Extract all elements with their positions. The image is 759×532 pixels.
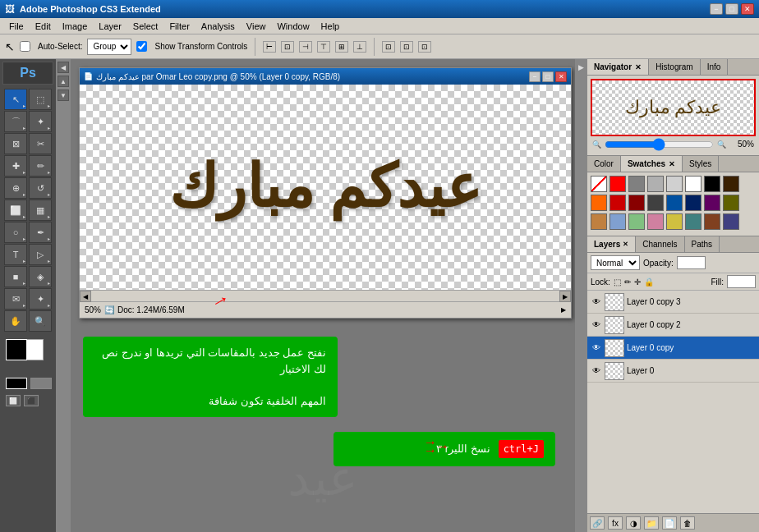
align-center-v-icon[interactable]: ⊞	[335, 41, 348, 53]
hand-tool[interactable]: ✋	[4, 310, 27, 332]
brush-tool[interactable]: ✏▸	[29, 155, 52, 177]
layers-tab-close[interactable]: ✕	[623, 241, 628, 248]
screen-mode-full[interactable]: ⬛	[24, 395, 39, 406]
swatch-ltblue[interactable]	[610, 213, 626, 230]
scroll-right-btn[interactable]: ▶	[559, 291, 571, 302]
swatch-red[interactable]	[610, 176, 626, 192]
swatch-ltgreen[interactable]	[628, 213, 645, 230]
color-tab[interactable]: Color	[587, 156, 621, 172]
maximize-button[interactable]: □	[725, 3, 738, 15]
quick-mask-off[interactable]	[6, 378, 27, 389]
swatch-olive[interactable]	[723, 195, 739, 211]
transform-checkbox[interactable]	[136, 41, 147, 52]
swatch-red2[interactable]	[610, 195, 626, 211]
dist-icon3[interactable]: ⊡	[418, 41, 431, 53]
doc-minimize[interactable]: −	[529, 71, 540, 82]
layer-effects-button[interactable]: fx	[608, 516, 623, 530]
pen-tool[interactable]: ✒▸	[29, 222, 52, 243]
navigator-close[interactable]: ✕	[635, 63, 642, 71]
align-center-h-icon[interactable]: ⊡	[281, 41, 294, 53]
screen-mode-normal[interactable]: ⬜	[6, 395, 21, 406]
swatches-close[interactable]: ✕	[669, 160, 675, 168]
dist-v-icon[interactable]: ⊡	[400, 41, 413, 53]
swatch-orange[interactable]	[591, 195, 607, 211]
strip-button-1[interactable]: ◀	[58, 62, 69, 73]
menu-layer[interactable]: Layer	[93, 21, 127, 32]
delete-layer-button[interactable]: 🗑	[680, 516, 695, 530]
align-left-icon[interactable]: ⊢	[263, 41, 276, 53]
swatch-darkgray[interactable]	[647, 195, 664, 211]
align-top-icon[interactable]: ⊤	[317, 41, 330, 53]
zoom-slider[interactable]	[605, 141, 714, 148]
swatch-darkbrown[interactable]	[723, 176, 739, 192]
swatch-indigo[interactable]	[723, 213, 739, 230]
zoom-tool[interactable]: 🔍	[29, 310, 52, 332]
menu-analysis[interactable]: Analysis	[196, 21, 241, 32]
lock-transparent-icon[interactable]: ⬚	[614, 277, 621, 287]
history-brush-tool[interactable]: ↺▸	[29, 177, 52, 199]
doc-maximize[interactable]: □	[542, 71, 554, 82]
dist-h-icon[interactable]: ⊡	[382, 41, 395, 53]
new-layer-button[interactable]: 📄	[662, 516, 677, 530]
layer-visibility-eye[interactable]: 👁	[591, 319, 602, 331]
fill-input[interactable]: 100%	[727, 275, 756, 288]
menu-select[interactable]: Select	[127, 21, 164, 32]
eraser-tool[interactable]: ⬜▸	[4, 200, 27, 221]
type-tool[interactable]: T▸	[4, 244, 27, 265]
layer-visibility-eye[interactable]: 👁	[591, 365, 602, 377]
swatch-blue[interactable]	[666, 195, 683, 211]
layer-item[interactable]: 👁 Layer 0 copy 2	[587, 314, 759, 337]
swatch-tan[interactable]	[591, 213, 607, 230]
menu-view[interactable]: View	[241, 21, 272, 32]
close-button[interactable]: ✕	[741, 3, 754, 15]
dodge-tool[interactable]: ○▸	[4, 222, 27, 243]
menu-filter[interactable]: Filter	[163, 21, 195, 32]
strip-button-3[interactable]: ▼	[58, 89, 69, 101]
slice-tool[interactable]: ✂	[29, 133, 52, 154]
menu-file[interactable]: File	[3, 21, 30, 32]
opacity-input[interactable]: 100%	[677, 256, 706, 269]
layer-visibility-eye[interactable]: 👁	[591, 296, 602, 308]
move-tool[interactable]: ↖▸	[4, 89, 27, 110]
align-bottom-icon[interactable]: ⊥	[353, 41, 366, 53]
path-select-tool[interactable]: ▷▸	[29, 244, 52, 265]
menu-help[interactable]: Help	[315, 21, 346, 32]
histogram-tab[interactable]: Histogram	[649, 59, 701, 75]
layer-item[interactable]: 👁 Layer 0	[587, 360, 759, 383]
align-right-icon[interactable]: ⊣	[299, 41, 312, 53]
notes-tool[interactable]: ✉▸	[4, 288, 27, 310]
swatch-navy[interactable]	[685, 195, 702, 211]
lock-all-icon[interactable]: 🔒	[644, 277, 654, 287]
blend-mode-select[interactable]: Normal Multiply Screen	[591, 255, 640, 270]
quick-mask-on[interactable]	[30, 378, 52, 389]
no-color-swatch[interactable]	[591, 176, 607, 192]
layer-mask-button[interactable]: ◑	[626, 516, 641, 530]
swatches-tab[interactable]: Swatches ✕	[621, 156, 683, 172]
swatch-pink[interactable]	[647, 213, 664, 230]
navigator-tab[interactable]: Navigator ✕	[587, 59, 649, 75]
swatch-darkred[interactable]	[628, 195, 645, 211]
swatch-purple[interactable]	[704, 195, 720, 211]
layers-tab[interactable]: Layers ✕	[587, 236, 636, 252]
gradient-tool[interactable]: ▦▸	[29, 200, 52, 221]
eyedropper-tool[interactable]: ✦▸	[29, 288, 52, 310]
swatch-ltgray[interactable]	[666, 176, 683, 192]
paths-tab[interactable]: Paths	[685, 236, 720, 252]
magic-wand-tool[interactable]: ✦▸	[29, 111, 52, 132]
swatch-black[interactable]	[704, 176, 720, 192]
styles-tab[interactable]: Styles	[683, 156, 719, 172]
auto-select-checkbox[interactable]	[20, 41, 30, 52]
new-group-button[interactable]: 📁	[644, 516, 659, 530]
layer-item-selected[interactable]: 👁 Layer 0 copy	[587, 337, 759, 360]
menu-image[interactable]: Image	[57, 21, 94, 32]
clone-stamp-tool[interactable]: ⊕▸	[4, 177, 27, 199]
doc-close[interactable]: ✕	[555, 71, 567, 82]
scroll-left-btn[interactable]: ◀	[80, 291, 91, 302]
swatch-white[interactable]	[685, 176, 702, 192]
layer-visibility-eye[interactable]: 👁	[591, 342, 602, 354]
3d-tool[interactable]: ◈▸	[29, 266, 52, 287]
shape-tool[interactable]: ■▸	[4, 266, 27, 287]
lock-move-icon[interactable]: ✛	[634, 277, 641, 287]
swatch-gray2[interactable]	[647, 176, 664, 192]
swatch-teal[interactable]	[685, 213, 702, 230]
